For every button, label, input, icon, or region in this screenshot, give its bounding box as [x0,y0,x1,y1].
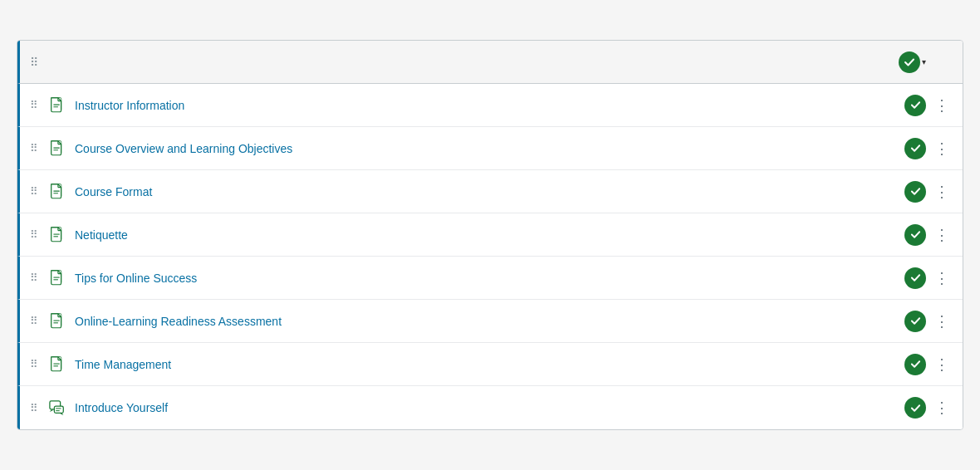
module-item: ⠿ Course Format ⋮ [17,170,963,213]
page-icon [48,269,66,287]
item-title[interactable]: Instructor Information [75,99,904,112]
item-actions: ⋮ [904,138,953,159]
item-publish-status [904,397,926,419]
page-icon [48,183,66,201]
item-kebab-button[interactable]: ⋮ [931,226,953,244]
module-drag-handle[interactable]: ⠿ [30,56,37,69]
item-drag-handle[interactable]: ⠿ [30,358,43,370]
item-drag-handle[interactable]: ⠿ [30,99,43,111]
module-items-list: ⠿ Instructor Information ⋮ ⠿ [17,84,963,429]
item-title[interactable]: Course Format [75,185,904,198]
item-drag-handle[interactable]: ⠿ [30,228,43,241]
item-kebab-button[interactable]: ⋮ [931,96,953,115]
module-item: ⠿ Instructor Information ⋮ [17,84,963,127]
svg-rect-29 [54,406,63,413]
page-icon [48,355,66,374]
item-kebab-button[interactable]: ⋮ [931,183,953,201]
module-item: ⠿ Introduce Yourself ⋮ [17,386,963,429]
module-publish-dropdown-arrow: ▾ [922,57,926,66]
item-kebab-button[interactable]: ⋮ [931,355,953,374]
module-item: ⠿ Course Overview and Learning Objective… [17,127,963,170]
item-drag-handle[interactable]: ⠿ [30,402,43,414]
item-actions: ⋮ [904,397,953,419]
item-publish-status [904,181,926,203]
page-icon [48,96,66,115]
item-drag-handle[interactable]: ⠿ [30,315,43,327]
item-publish-status [904,354,926,375]
module-check-circle [899,51,920,73]
item-actions: ⋮ [904,267,953,289]
module-header-actions: ▾ [899,51,953,73]
item-actions: ⋮ [904,224,953,246]
module-item: ⠿ Online-Learning Readiness Assessment ⋮ [17,300,963,343]
check-icon [904,56,915,68]
module-publish-button[interactable]: ▾ [899,51,926,73]
module-item: ⠿ Netiquette ⋮ [17,213,963,257]
item-publish-status [904,311,926,332]
item-kebab-button[interactable]: ⋮ [931,140,953,158]
module-item: ⠿ Tips for Online Success ⋮ [17,257,963,300]
discussion-icon [48,399,66,417]
item-publish-status [904,95,926,116]
module-add-button[interactable] [933,59,939,66]
item-kebab-button[interactable]: ⋮ [931,312,953,330]
module-header: ⠿ ▾ [17,41,963,84]
module-item: ⠿ Time Management ⋮ [17,343,963,386]
item-title[interactable]: Netiquette [75,228,904,242]
item-title[interactable]: Course Overview and Learning Objectives [75,142,904,155]
module-kebab-button[interactable] [946,59,953,66]
item-publish-status [904,224,926,246]
item-drag-handle[interactable]: ⠿ [30,185,43,198]
item-kebab-button[interactable]: ⋮ [931,399,953,417]
item-kebab-button[interactable]: ⋮ [931,269,953,287]
item-title[interactable]: Tips for Online Success [75,272,904,285]
item-drag-handle[interactable]: ⠿ [30,142,43,154]
item-title[interactable]: Time Management [75,358,904,371]
module-container: ⠿ ▾ ⠿ Instructo [17,40,963,430]
item-actions: ⋮ [904,95,953,116]
item-actions: ⋮ [904,181,953,203]
item-title[interactable]: Online-Learning Readiness Assessment [75,315,904,328]
page-icon [48,226,66,244]
page-icon [48,312,66,330]
item-publish-status [904,138,926,159]
item-publish-status [904,267,926,289]
item-actions: ⋮ [904,354,953,375]
page-icon [48,140,66,158]
item-actions: ⋮ [904,311,953,332]
item-drag-handle[interactable]: ⠿ [30,272,43,284]
item-title[interactable]: Introduce Yourself [75,401,904,414]
